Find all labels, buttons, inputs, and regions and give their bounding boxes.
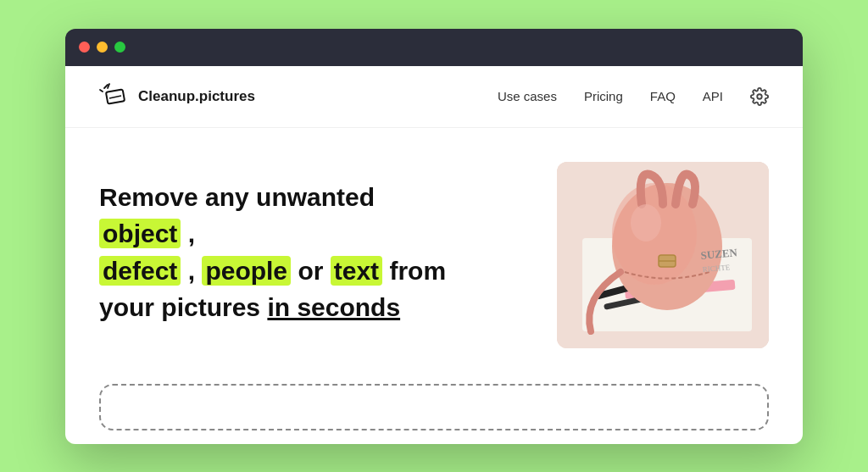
- brand: Cleanup.pictures: [99, 81, 255, 112]
- nav-link-pricing[interactable]: Pricing: [584, 89, 623, 103]
- upload-drop-area[interactable]: [99, 384, 769, 430]
- traffic-light-close[interactable]: [79, 42, 90, 53]
- svg-line-4: [109, 96, 121, 98]
- svg-point-5: [757, 94, 762, 99]
- bag-scene: SUZEN RICHTE: [557, 162, 769, 348]
- traffic-light-minimize[interactable]: [97, 42, 108, 53]
- nav-link-api[interactable]: API: [703, 89, 723, 103]
- svg-point-22: [631, 204, 661, 242]
- hero-highlight-defect: defect: [99, 256, 181, 286]
- hero-or: or: [291, 257, 331, 285]
- hero-line-3: your pictures: [99, 293, 267, 321]
- nav-links: Use cases Pricing FAQ API: [498, 87, 769, 106]
- traffic-lights: [79, 42, 125, 53]
- nav-link-faq[interactable]: FAQ: [650, 89, 676, 103]
- bag-illustration: SUZEN RICHTE: [557, 162, 769, 348]
- hero-product-image: SUZEN RICHTE: [557, 162, 769, 348]
- brand-logo-icon: [99, 81, 130, 112]
- hero-comma-1: ,: [181, 219, 195, 247]
- hero-heading: Remove any unwanted object , defect , pe…: [99, 179, 455, 326]
- hero-highlight-object: object: [99, 219, 181, 248]
- browser-window: Cleanup.pictures Use cases Pricing FAQ A…: [65, 29, 803, 444]
- hero-from: from: [382, 257, 446, 285]
- navbar: Cleanup.pictures Use cases Pricing FAQ A…: [65, 66, 803, 128]
- hero-text: Remove any unwanted object , defect , pe…: [99, 162, 523, 326]
- hero-comma-2: ,: [181, 257, 202, 285]
- settings-icon[interactable]: [750, 87, 769, 106]
- hero-text-plain-1: Remove any unwanted: [99, 183, 375, 211]
- hero-in-seconds: in seconds: [267, 293, 400, 321]
- browser-titlebar: [65, 29, 803, 66]
- browser-content: Cleanup.pictures Use cases Pricing FAQ A…: [65, 66, 803, 444]
- nav-link-use-cases[interactable]: Use cases: [498, 89, 557, 103]
- hero-section: Remove any unwanted object , defect , pe…: [65, 128, 803, 375]
- traffic-light-maximize[interactable]: [114, 42, 125, 53]
- hero-highlight-text: text: [331, 256, 382, 286]
- hero-highlight-people: people: [202, 256, 291, 286]
- upload-area-wrapper: [65, 375, 803, 444]
- brand-name: Cleanup.pictures: [138, 88, 255, 105]
- svg-line-2: [100, 90, 103, 92]
